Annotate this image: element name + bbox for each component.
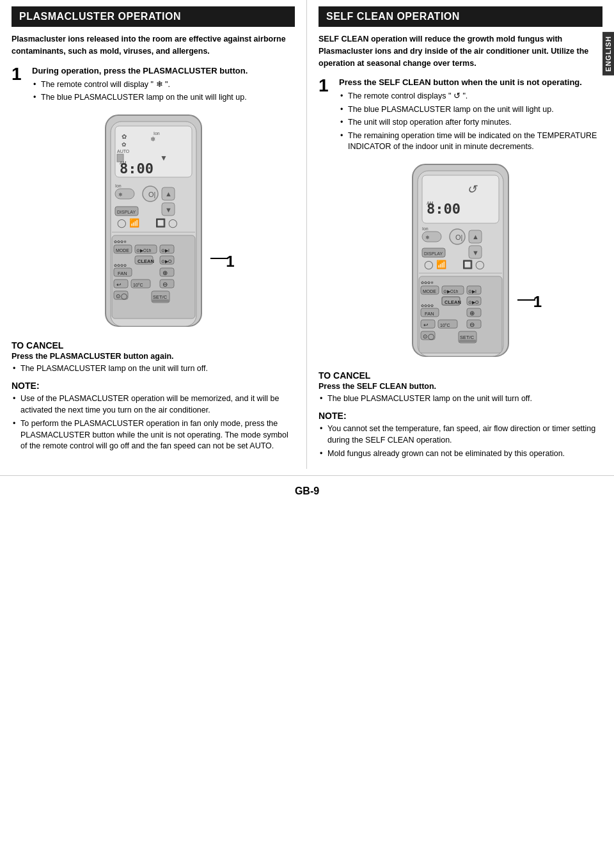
right-column: ENGLISH SELF CLEAN OPERATION SELF CLEAN … xyxy=(307,0,614,469)
right-bullet-3: The unit will stop operation after forty… xyxy=(339,117,602,129)
svg-text:⊖: ⊖ xyxy=(469,321,475,328)
left-step: 1 During operation, press the PLASMACLUS… xyxy=(12,65,295,106)
right-note: NOTE: You cannot set the temperature, fa… xyxy=(319,411,602,460)
right-step: 1 Press the SELF CLEAN button when the u… xyxy=(319,77,602,155)
svg-text:❄: ❄ xyxy=(118,192,123,198)
right-section-header: SELF CLEAN OPERATION xyxy=(319,6,602,27)
right-step-arrow: 1 xyxy=(533,293,542,311)
svg-text:FAN: FAN xyxy=(118,271,127,276)
left-arrow-line xyxy=(210,258,230,259)
left-remote-area: ✿ ✿ Ion ❄ AUTO ▼ AM 8:00 xyxy=(12,112,295,331)
left-step-content: During operation, press the PLASMACLUSTE… xyxy=(32,65,295,106)
svg-text:⊙▶I: ⊙▶I xyxy=(161,248,169,253)
right-remote-area: ↺ AM 8:00 Ion ❄ O| ▲ xyxy=(319,161,602,361)
right-note-title: NOTE: xyxy=(319,411,602,421)
left-step-bullets: The remote control will display " ❄ ". T… xyxy=(32,79,295,104)
svg-text:8:00: 8:00 xyxy=(120,161,154,177)
svg-text:✿: ✿ xyxy=(122,133,127,140)
svg-text:▼: ▼ xyxy=(472,249,479,256)
right-arrow-line xyxy=(517,299,537,301)
right-note-bullet-1: You cannot set the temperature, fan spee… xyxy=(319,423,602,446)
svg-text:MODE: MODE xyxy=(116,248,129,253)
svg-text:8:00: 8:00 xyxy=(427,201,460,217)
svg-text:⊙▶I: ⊙▶I xyxy=(468,289,476,294)
right-note-bullet-2: Mold fungus already grown can not be eli… xyxy=(319,448,602,460)
svg-text:⊙▶O: ⊙▶O xyxy=(468,300,479,304)
right-bullet-4: The remaining operation time will be ind… xyxy=(339,130,602,153)
svg-text:⊖: ⊖ xyxy=(162,281,168,288)
svg-text:AUTO: AUTO xyxy=(117,149,130,154)
svg-text:⊙▶O1h: ⊙▶O1h xyxy=(443,289,459,294)
svg-text:◯ 📶: ◯ 📶 xyxy=(424,259,447,270)
right-step-number: 1 xyxy=(319,77,333,95)
svg-text:❄: ❄ xyxy=(150,136,155,143)
svg-text:❄: ❄ xyxy=(425,235,430,241)
left-to-cancel-title: TO CANCEL xyxy=(12,340,295,351)
svg-text:Ion: Ion xyxy=(422,226,429,231)
svg-text:🔲 ◯: 🔲 ◯ xyxy=(462,259,485,270)
left-intro-text: Plasmacluster ions released into the roo… xyxy=(12,33,295,58)
svg-text:⊙▶O1h: ⊙▶O1h xyxy=(136,248,152,253)
right-to-cancel-title: TO CANCEL xyxy=(319,370,602,381)
svg-text:⊕: ⊕ xyxy=(469,310,475,317)
page-container: PLASMACLUSTER OPERATION Plasmacluster io… xyxy=(0,0,614,868)
english-sidebar: ENGLISH xyxy=(602,32,614,75)
svg-rect-53 xyxy=(152,299,169,302)
right-to-cancel: TO CANCEL Press the SELF CLEAN button. T… xyxy=(319,370,602,405)
svg-text:🔲 ◯: 🔲 ◯ xyxy=(155,217,178,228)
left-bullet-1: The remote control will display " ❄ ". xyxy=(32,79,295,91)
svg-text:FAN: FAN xyxy=(425,311,434,317)
left-step-arrow: 1 xyxy=(226,253,234,271)
svg-text:CLEAN: CLEAN xyxy=(138,258,154,264)
svg-text:✿✿✿✿: ✿✿✿✿ xyxy=(114,264,127,267)
left-section-header: PLASMACLUSTER OPERATION xyxy=(12,6,295,27)
svg-text:✿✿✿✿: ✿✿✿✿ xyxy=(421,304,434,308)
svg-text:▲: ▲ xyxy=(472,233,479,241)
svg-text:⊕: ⊕ xyxy=(162,269,168,276)
svg-text:↺: ↺ xyxy=(467,183,478,196)
svg-rect-103 xyxy=(459,340,476,342)
right-to-cancel-text: The blue PLASMACLUSTER lamp on the unit … xyxy=(319,393,602,405)
svg-text:Ion: Ion xyxy=(154,131,160,136)
svg-text:CLEAN: CLEAN xyxy=(445,299,461,305)
right-step-title: Press the SELF CLEAN button when the uni… xyxy=(339,77,602,88)
right-remote-wrapper: ↺ AM 8:00 Ion ❄ O| ▲ xyxy=(400,161,521,361)
left-note-bullet-2: To perform the PLASMACLUSTER operation i… xyxy=(12,418,295,452)
right-header-text: SELF CLEAN OPERATION xyxy=(326,11,460,22)
left-to-cancel: TO CANCEL Press the PLASMACLUSTER button… xyxy=(12,340,295,375)
svg-text:DISPLAY: DISPLAY xyxy=(117,210,136,214)
svg-text:✿✿✿❄: ✿✿✿❄ xyxy=(114,240,127,244)
svg-text:MODE: MODE xyxy=(423,289,436,294)
right-remote-svg: ↺ AM 8:00 Ion ❄ O| ▲ xyxy=(400,161,521,359)
svg-text:↩: ↩ xyxy=(116,281,122,288)
svg-text:O|: O| xyxy=(148,191,155,198)
left-note-title: NOTE: xyxy=(12,381,295,391)
svg-text:O|: O| xyxy=(455,233,462,241)
svg-text:DISPLAY: DISPLAY xyxy=(424,251,443,256)
svg-text:▼: ▼ xyxy=(165,206,172,214)
right-step-bullets: The remote control displays " ↺ ". The b… xyxy=(339,91,602,153)
left-remote-svg: ✿ ✿ Ion ❄ AUTO ▼ AM 8:00 xyxy=(93,112,214,329)
svg-text:↩: ↩ xyxy=(423,322,429,328)
left-to-cancel-text: The PLASMACLUSTER lamp on the unit will … xyxy=(12,363,295,375)
svg-text:10°C: 10°C xyxy=(440,323,450,327)
svg-text:Ion: Ion xyxy=(115,184,122,188)
svg-text:✿: ✿ xyxy=(122,141,127,148)
page-footer: GB-9 xyxy=(0,475,614,502)
svg-text:▲: ▲ xyxy=(165,190,172,198)
right-to-cancel-subtitle: Press the SELF CLEAN button. xyxy=(319,382,602,391)
svg-text:SET/C: SET/C xyxy=(460,335,475,340)
svg-text:⊙◯: ⊙◯ xyxy=(423,333,434,340)
right-bullet-1: The remote control displays " ↺ ". xyxy=(339,91,602,102)
left-bullet-2: The blue PLASMACLUSTER lamp on the unit … xyxy=(32,92,295,104)
right-step-content: Press the SELF CLEAN button when the uni… xyxy=(339,77,602,155)
left-note: NOTE: Use of the PLASMACLUSTER operation… xyxy=(12,381,295,452)
left-column: PLASMACLUSTER OPERATION Plasmacluster io… xyxy=(0,0,307,469)
svg-text:✿✿✿❄: ✿✿✿❄ xyxy=(421,281,434,285)
left-step-number: 1 xyxy=(12,65,26,83)
svg-text:⊙▶O: ⊙▶O xyxy=(161,259,172,264)
svg-text:▼: ▼ xyxy=(160,154,168,162)
svg-text:◯ 📶: ◯ 📶 xyxy=(117,217,140,228)
svg-text:⊙◯: ⊙◯ xyxy=(116,293,127,300)
left-note-bullet-1: Use of the PLASMACLUSTER operation will … xyxy=(12,393,295,416)
